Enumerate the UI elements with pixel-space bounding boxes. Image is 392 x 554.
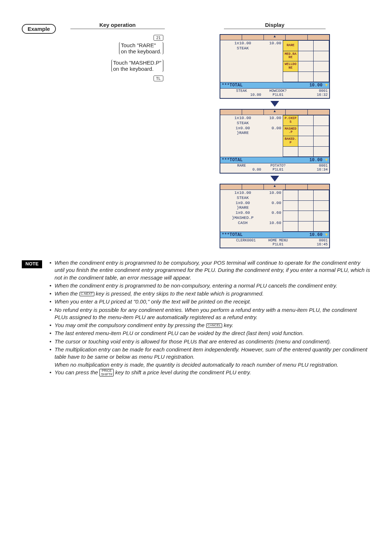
receipt-line: STEAK xyxy=(222,196,281,201)
screen-key xyxy=(298,136,313,146)
note-item: The last entered menu-item PLU or condim… xyxy=(54,330,370,337)
receipt-line: }RARE xyxy=(222,205,281,211)
note-item: You can press the PRICESHIFT# key to shi… xyxy=(54,369,370,377)
screen-key xyxy=(283,201,298,211)
total-bar: ***TOTAL10.00 ▼ xyxy=(220,157,329,163)
screen-key xyxy=(314,72,328,82)
screen-key xyxy=(298,201,313,211)
arrow-down-icon xyxy=(270,176,279,182)
pos-screen: 1x10.0010.00STEAK1x0.000.00}RAREP.CHIPSM… xyxy=(220,109,330,174)
arrow-down-icon xyxy=(270,101,279,107)
screen-key[interactable]: RARE xyxy=(283,41,298,51)
screen-key xyxy=(314,221,328,232)
keyop-heading: Key operation xyxy=(70,22,165,29)
example-badge: Example xyxy=(22,24,56,34)
screen-key xyxy=(283,72,298,82)
note-item: You may omit the compulsory condiment en… xyxy=(54,322,370,329)
screen-key xyxy=(298,126,313,136)
receipt-line: }RARE xyxy=(222,131,281,136)
note-item: When the condiment entry is programmed t… xyxy=(54,282,370,289)
screen-key[interactable]: MASHED.P xyxy=(283,126,298,136)
screen-key xyxy=(298,190,313,200)
screen-key[interactable]: WELLDONE xyxy=(283,61,298,72)
screen-key xyxy=(314,201,328,211)
keyop-line: Touch "MASHED.P" xyxy=(113,60,162,66)
note-item: When you enter a PLU priced at "0.00," o… xyxy=(54,298,370,305)
receipt-line: STEAK xyxy=(222,121,281,126)
note-item: The multiplication entry can be made for… xyxy=(54,346,370,361)
status-bar: RARE 0.00POTATO? P1L010001 16:34 xyxy=(220,163,329,173)
screen-key xyxy=(283,190,298,200)
display-heading: Display xyxy=(224,22,326,29)
pos-screen: 1x10.0010.00STEAKRAREMED.RAREWELLDONE***… xyxy=(220,34,330,99)
receipt-line: }MASHED.P xyxy=(222,216,281,221)
screen-key xyxy=(298,61,313,72)
key-tl[interactable]: TL xyxy=(154,76,163,81)
screen-key xyxy=(298,221,313,232)
pos-screen: 1x10.0010.00STEAK1x0.000.00}RARE1x0.600.… xyxy=(220,184,330,248)
screen-key xyxy=(314,147,328,157)
screen-key xyxy=(298,72,313,82)
cnext-key: C.NEXT xyxy=(79,292,94,296)
receipt-line: 1x10.0010.00 xyxy=(222,116,281,121)
note-item-cont: When no multiplication entry is made, th… xyxy=(54,361,370,368)
screen-key xyxy=(314,41,328,51)
note-badge: NOTE xyxy=(22,260,42,268)
screen-key[interactable]: P.CHIPS xyxy=(283,115,298,126)
screen-key[interactable]: BAKED.P xyxy=(283,136,298,146)
receipt-line: 1x0.600.60 xyxy=(222,211,281,216)
receipt-line: 1x10.0010.00 xyxy=(222,41,281,46)
note-item: No refund entry is possible for any cond… xyxy=(54,306,370,321)
receipt-line: CASH10.60 xyxy=(222,221,281,226)
note-item: The cursor or touching void entry is all… xyxy=(54,338,370,345)
screen-key xyxy=(314,136,328,146)
keyop-line: on the keyboard. xyxy=(113,66,162,72)
screen-key xyxy=(314,61,328,72)
note-item: When the condiment entry is programmed t… xyxy=(54,259,370,281)
keyop-line: on the keyboard. xyxy=(121,48,162,54)
keyop-line: Touch "RARE" xyxy=(121,42,162,48)
receipt-line: 1x10.0010.00 xyxy=(222,191,281,196)
status-bar: STEAK 10.00HOWCOOK? P1L010001 16:32 xyxy=(220,89,329,98)
screen-key xyxy=(283,211,298,221)
screen-key xyxy=(314,115,328,126)
price-shift-key: PRICESHIFT# xyxy=(99,369,114,377)
receipt-line: 1x0.000.00 xyxy=(222,126,281,131)
cancel-key: CANCEL xyxy=(206,323,222,328)
receipt-line: STEAK xyxy=(222,46,281,51)
note-item: When the C.NEXT key is pressed, the entr… xyxy=(54,290,370,297)
screen-key xyxy=(283,147,298,157)
total-bar: ***TOTAL10.60 ▼ xyxy=(220,232,329,238)
total-bar: ***TOTAL10.00 ▼ xyxy=(220,82,329,89)
receipt-line: 1x0.000.00 xyxy=(222,201,281,206)
screen-key[interactable]: MED.RARE xyxy=(283,51,298,61)
note-list: •When the condiment entry is programmed … xyxy=(49,259,370,377)
screen-key xyxy=(298,115,313,126)
screen-key xyxy=(298,147,313,157)
screen-key xyxy=(314,190,328,200)
screen-key xyxy=(298,51,313,61)
screen-key xyxy=(314,51,328,61)
status-bar: CLERK0001HOME MENU P1L010001 16:45 xyxy=(220,238,329,248)
screen-key xyxy=(314,126,328,136)
screen-key xyxy=(314,211,328,221)
key-21[interactable]: 21 xyxy=(154,35,163,41)
screen-key xyxy=(298,211,313,221)
screen-key xyxy=(298,41,313,51)
screen-key xyxy=(283,221,298,232)
